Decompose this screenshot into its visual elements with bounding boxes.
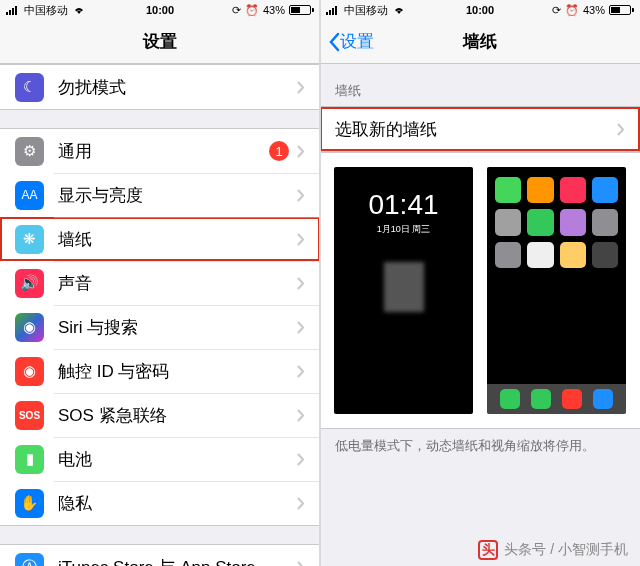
svg-rect-6 — [332, 8, 334, 15]
chevron-right-icon — [297, 277, 305, 290]
signal-icon — [6, 5, 20, 15]
chevron-right-icon — [297, 365, 305, 378]
row-privacy[interactable]: ✋ 隐私 — [0, 481, 320, 525]
svg-rect-1 — [9, 10, 11, 15]
lock-date: 1月10日 周三 — [377, 223, 431, 236]
row-general[interactable]: ⚙ 通用 1 — [0, 129, 320, 173]
appstore-icon: Ⓐ — [15, 553, 44, 567]
chevron-right-icon — [297, 81, 305, 94]
row-dnd[interactable]: ☾ 勿扰模式 — [0, 65, 320, 109]
app-icon — [527, 177, 553, 203]
app-icon — [495, 177, 521, 203]
gear-icon: ⚙ — [15, 137, 44, 166]
signal-icon — [326, 5, 340, 15]
navbar: 设置 — [0, 20, 320, 64]
app-icon — [592, 242, 618, 268]
dock-app-icon — [562, 389, 582, 409]
battery-pct: 43% — [583, 4, 605, 16]
section-header: 墙纸 — [320, 64, 640, 106]
page-title: 设置 — [143, 30, 177, 53]
alarm-icon: ⏰ — [565, 4, 579, 17]
lock-screen-preview[interactable]: 01:41 1月10日 周三 — [334, 167, 473, 414]
back-button[interactable]: 设置 — [328, 30, 374, 53]
app-icon — [495, 209, 521, 235]
wifi-icon — [392, 5, 406, 15]
lock-time: 01:41 — [368, 189, 438, 221]
navbar: 设置 墙纸 — [320, 20, 640, 64]
wifi-icon — [72, 5, 86, 15]
row-wallpaper[interactable]: ❋ 墙纸 — [0, 217, 320, 261]
app-icon — [527, 242, 553, 268]
battery-icon — [289, 5, 314, 15]
hand-icon: ✋ — [15, 489, 44, 518]
row-battery[interactable]: ▮ 电池 — [0, 437, 320, 481]
app-icon — [527, 209, 553, 235]
app-icon — [560, 242, 586, 268]
chevron-right-icon — [297, 321, 305, 334]
text-size-icon: AA — [15, 181, 44, 210]
siri-icon: ◉ — [15, 313, 44, 342]
row-display[interactable]: AA 显示与亮度 — [0, 173, 320, 217]
svg-rect-2 — [12, 8, 14, 15]
status-bar: 中国移动 10:00 ⟳ ⏰ 43% — [320, 0, 640, 20]
fingerprint-icon: ◉ — [15, 357, 44, 386]
row-touchid[interactable]: ◉ 触控 ID 与密码 — [0, 349, 320, 393]
watermark-icon: 头 — [478, 540, 498, 560]
chevron-right-icon — [297, 497, 305, 510]
svg-rect-7 — [335, 6, 337, 15]
chevron-right-icon — [297, 189, 305, 202]
svg-rect-4 — [326, 12, 328, 15]
clock-label: 10:00 — [146, 4, 174, 16]
battery-icon — [609, 5, 634, 15]
carrier-label: 中国移动 — [24, 3, 68, 18]
screen-divider — [319, 0, 321, 566]
page-title: 墙纸 — [463, 30, 497, 53]
chevron-right-icon — [297, 409, 305, 422]
row-itunes[interactable]: Ⓐ iTunes Store 与 App Store — [0, 545, 320, 566]
footer-note: 低电量模式下，动态墙纸和视角缩放将停用。 — [320, 429, 640, 463]
svg-rect-3 — [15, 6, 17, 15]
carrier-label: 中国移动 — [344, 3, 388, 18]
watermark: 头 头条号 / 小智测手机 — [478, 540, 628, 560]
wallpaper-previews: 01:41 1月10日 周三 — [320, 152, 640, 429]
alarm-icon: ⏰ — [245, 4, 259, 17]
status-bar: 中国移动 10:00 ⟳ ⏰ 43% — [0, 0, 320, 20]
chevron-right-icon — [297, 453, 305, 466]
settings-screen: 中国移动 10:00 ⟳ ⏰ 43% 设置 ☾ 勿扰模式 — [0, 0, 320, 566]
chevron-right-icon — [617, 123, 625, 136]
chevron-right-icon — [297, 233, 305, 246]
dock-app-icon — [531, 389, 551, 409]
wallpaper-icon: ❋ — [15, 225, 44, 254]
lock-wallpaper-image — [384, 262, 424, 312]
sos-icon: SOS — [15, 401, 44, 430]
battery-pct: 43% — [263, 4, 285, 16]
app-icon — [560, 177, 586, 203]
row-sounds[interactable]: 🔊 声音 — [0, 261, 320, 305]
orientation-lock-icon: ⟳ — [232, 4, 241, 17]
row-siri[interactable]: ◉ Siri 与搜索 — [0, 305, 320, 349]
badge: 1 — [269, 141, 289, 161]
svg-rect-0 — [6, 12, 8, 15]
home-screen-preview[interactable] — [487, 167, 626, 414]
dock-app-icon — [500, 389, 520, 409]
orientation-lock-icon: ⟳ — [552, 4, 561, 17]
wallpaper-screen: 中国移动 10:00 ⟳ ⏰ 43% 设置 墙纸 墙纸 选取新的墙纸 — [320, 0, 640, 566]
row-sos[interactable]: SOS SOS 紧急联络 — [0, 393, 320, 437]
app-icon — [592, 209, 618, 235]
app-icon — [560, 209, 586, 235]
chevron-right-icon — [297, 145, 305, 158]
chevron-right-icon — [297, 561, 305, 567]
row-choose-wallpaper[interactable]: 选取新的墙纸 — [320, 107, 640, 151]
dock-app-icon — [593, 389, 613, 409]
clock-label: 10:00 — [466, 4, 494, 16]
battery-icon: ▮ — [15, 445, 44, 474]
speaker-icon: 🔊 — [15, 269, 44, 298]
moon-icon: ☾ — [15, 73, 44, 102]
app-icon — [495, 242, 521, 268]
svg-rect-5 — [329, 10, 331, 15]
app-icon — [592, 177, 618, 203]
